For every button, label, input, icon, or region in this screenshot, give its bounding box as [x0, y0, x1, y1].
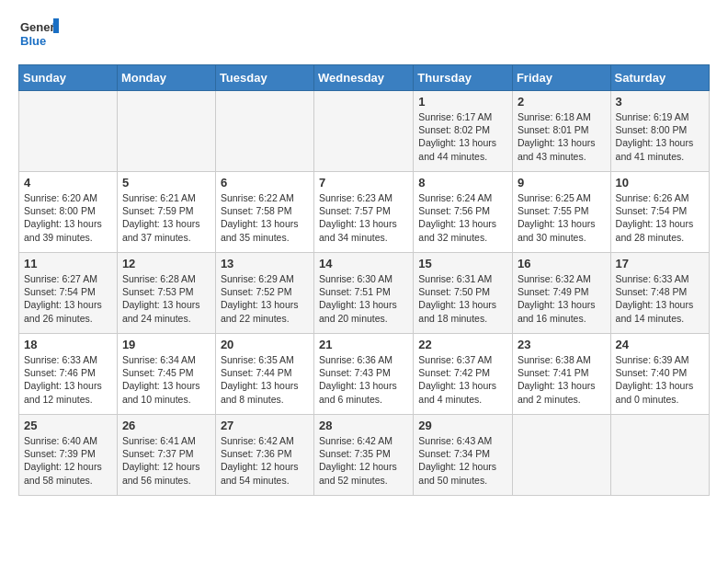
day-number: 19: [122, 338, 210, 351]
calendar-cell: [215, 91, 313, 172]
day-info: Sunrise: 6:43 AMSunset: 7:34 PMDaylight:…: [418, 434, 507, 487]
calendar-cell: 23Sunrise: 6:38 AMSunset: 7:41 PMDayligh…: [512, 334, 610, 415]
day-number: 1: [418, 95, 507, 109]
day-info: Sunrise: 6:36 AMSunset: 7:43 PMDaylight:…: [319, 353, 408, 406]
day-info: Sunrise: 6:26 AMSunset: 7:54 PMDaylight:…: [616, 191, 704, 244]
day-number: 14: [319, 257, 408, 270]
weekday-header-thursday: Thursday: [414, 65, 513, 91]
calendar-body: 1Sunrise: 6:17 AMSunset: 8:02 PMDaylight…: [19, 91, 710, 496]
logo-svg: General Blue: [18, 15, 59, 55]
weekday-header-saturday: Saturday: [610, 65, 709, 91]
svg-text:Blue: Blue: [20, 34, 46, 48]
calendar-cell: 11Sunrise: 6:27 AMSunset: 7:54 PMDayligh…: [19, 253, 118, 334]
day-number: 13: [221, 257, 309, 270]
weekday-header-tuesday: Tuesday: [215, 65, 313, 91]
weekday-header-wednesday: Wednesday: [314, 65, 414, 91]
calendar-cell: 3Sunrise: 6:19 AMSunset: 8:00 PMDaylight…: [610, 91, 709, 172]
calendar-cell: 9Sunrise: 6:25 AMSunset: 7:55 PMDaylight…: [512, 172, 610, 253]
calendar-cell: 22Sunrise: 6:37 AMSunset: 7:42 PMDayligh…: [414, 334, 513, 415]
day-info: Sunrise: 6:19 AMSunset: 8:00 PMDaylight:…: [616, 110, 704, 163]
day-number: 10: [616, 176, 704, 190]
day-info: Sunrise: 6:33 AMSunset: 7:48 PMDaylight:…: [616, 272, 704, 325]
calendar-cell: 6Sunrise: 6:22 AMSunset: 7:58 PMDaylight…: [215, 172, 313, 253]
day-info: Sunrise: 6:29 AMSunset: 7:52 PMDaylight:…: [221, 272, 309, 325]
calendar-cell: 1Sunrise: 6:17 AMSunset: 8:02 PMDaylight…: [414, 91, 513, 172]
calendar-week-1: 1Sunrise: 6:17 AMSunset: 8:02 PMDaylight…: [19, 91, 710, 172]
calendar-cell: [19, 91, 118, 172]
day-number: 25: [24, 419, 112, 432]
day-number: 24: [616, 338, 704, 351]
day-info: Sunrise: 6:39 AMSunset: 7:40 PMDaylight:…: [616, 353, 704, 406]
page-header: General Blue: [18, 15, 710, 55]
day-number: 26: [122, 419, 210, 432]
day-number: 18: [24, 338, 112, 351]
calendar-cell: [314, 91, 414, 172]
day-number: 9: [518, 176, 606, 190]
day-info: Sunrise: 6:37 AMSunset: 7:42 PMDaylight:…: [418, 353, 507, 406]
logo: General Blue: [18, 15, 59, 55]
day-number: 4: [24, 176, 112, 190]
day-info: Sunrise: 6:24 AMSunset: 7:56 PMDaylight:…: [418, 191, 507, 244]
calendar-week-3: 11Sunrise: 6:27 AMSunset: 7:54 PMDayligh…: [19, 253, 710, 334]
day-info: Sunrise: 6:30 AMSunset: 7:51 PMDaylight:…: [319, 272, 408, 325]
day-info: Sunrise: 6:35 AMSunset: 7:44 PMDaylight:…: [221, 353, 309, 406]
calendar-cell: 29Sunrise: 6:43 AMSunset: 7:34 PMDayligh…: [414, 415, 513, 496]
day-info: Sunrise: 6:23 AMSunset: 7:57 PMDaylight:…: [319, 191, 408, 244]
day-info: Sunrise: 6:38 AMSunset: 7:41 PMDaylight:…: [518, 353, 606, 406]
weekday-header-friday: Friday: [512, 65, 610, 91]
calendar-cell: 4Sunrise: 6:20 AMSunset: 8:00 PMDaylight…: [19, 172, 118, 253]
calendar-cell: 15Sunrise: 6:31 AMSunset: 7:50 PMDayligh…: [414, 253, 513, 334]
day-info: Sunrise: 6:28 AMSunset: 7:53 PMDaylight:…: [122, 272, 210, 325]
day-number: 12: [122, 257, 210, 270]
weekday-header-sunday: Sunday: [19, 65, 118, 91]
day-number: 15: [418, 257, 507, 270]
calendar-cell: 16Sunrise: 6:32 AMSunset: 7:49 PMDayligh…: [512, 253, 610, 334]
day-number: 22: [418, 338, 507, 351]
calendar-cell: 20Sunrise: 6:35 AMSunset: 7:44 PMDayligh…: [215, 334, 313, 415]
day-info: Sunrise: 6:42 AMSunset: 7:35 PMDaylight:…: [319, 434, 408, 487]
calendar-cell: [610, 415, 709, 496]
calendar-cell: 21Sunrise: 6:36 AMSunset: 7:43 PMDayligh…: [314, 334, 414, 415]
day-number: 8: [418, 176, 507, 190]
svg-text:General: General: [20, 20, 59, 34]
day-number: 27: [221, 419, 309, 432]
calendar-header: SundayMondayTuesdayWednesdayThursdayFrid…: [19, 65, 710, 91]
day-number: 16: [518, 257, 606, 270]
day-info: Sunrise: 6:21 AMSunset: 7:59 PMDaylight:…: [122, 191, 210, 244]
calendar-cell: 2Sunrise: 6:18 AMSunset: 8:01 PMDaylight…: [512, 91, 610, 172]
day-number: 29: [418, 419, 507, 432]
day-info: Sunrise: 6:17 AMSunset: 8:02 PMDaylight:…: [418, 110, 507, 163]
day-info: Sunrise: 6:40 AMSunset: 7:39 PMDaylight:…: [24, 434, 112, 487]
calendar-week-2: 4Sunrise: 6:20 AMSunset: 8:00 PMDaylight…: [19, 172, 710, 253]
day-number: 11: [24, 257, 112, 270]
calendar-cell: 13Sunrise: 6:29 AMSunset: 7:52 PMDayligh…: [215, 253, 313, 334]
day-number: 3: [616, 95, 704, 109]
calendar-cell: [117, 91, 215, 172]
calendar-cell: 18Sunrise: 6:33 AMSunset: 7:46 PMDayligh…: [19, 334, 118, 415]
calendar-cell: 5Sunrise: 6:21 AMSunset: 7:59 PMDaylight…: [117, 172, 215, 253]
day-number: 5: [122, 176, 210, 190]
calendar-cell: [512, 415, 610, 496]
calendar-cell: 14Sunrise: 6:30 AMSunset: 7:51 PMDayligh…: [314, 253, 414, 334]
day-number: 17: [616, 257, 704, 270]
calendar-cell: 25Sunrise: 6:40 AMSunset: 7:39 PMDayligh…: [19, 415, 118, 496]
calendar-cell: 26Sunrise: 6:41 AMSunset: 7:37 PMDayligh…: [117, 415, 215, 496]
calendar-cell: 10Sunrise: 6:26 AMSunset: 7:54 PMDayligh…: [610, 172, 709, 253]
day-info: Sunrise: 6:41 AMSunset: 7:37 PMDaylight:…: [122, 434, 210, 487]
day-info: Sunrise: 6:33 AMSunset: 7:46 PMDaylight:…: [24, 353, 112, 406]
calendar-cell: 28Sunrise: 6:42 AMSunset: 7:35 PMDayligh…: [314, 415, 414, 496]
day-info: Sunrise: 6:22 AMSunset: 7:58 PMDaylight:…: [221, 191, 309, 244]
day-number: 2: [518, 95, 606, 109]
day-info: Sunrise: 6:20 AMSunset: 8:00 PMDaylight:…: [24, 191, 112, 244]
calendar-week-5: 25Sunrise: 6:40 AMSunset: 7:39 PMDayligh…: [19, 415, 710, 496]
day-number: 20: [221, 338, 309, 351]
weekday-header-row: SundayMondayTuesdayWednesdayThursdayFrid…: [19, 65, 710, 91]
calendar-table: SundayMondayTuesdayWednesdayThursdayFrid…: [18, 64, 710, 496]
day-info: Sunrise: 6:32 AMSunset: 7:49 PMDaylight:…: [518, 272, 606, 325]
calendar-cell: 7Sunrise: 6:23 AMSunset: 7:57 PMDaylight…: [314, 172, 414, 253]
day-info: Sunrise: 6:25 AMSunset: 7:55 PMDaylight:…: [518, 191, 606, 244]
day-info: Sunrise: 6:34 AMSunset: 7:45 PMDaylight:…: [122, 353, 210, 406]
calendar-cell: 19Sunrise: 6:34 AMSunset: 7:45 PMDayligh…: [117, 334, 215, 415]
day-info: Sunrise: 6:18 AMSunset: 8:01 PMDaylight:…: [518, 110, 606, 163]
calendar-cell: 24Sunrise: 6:39 AMSunset: 7:40 PMDayligh…: [610, 334, 709, 415]
